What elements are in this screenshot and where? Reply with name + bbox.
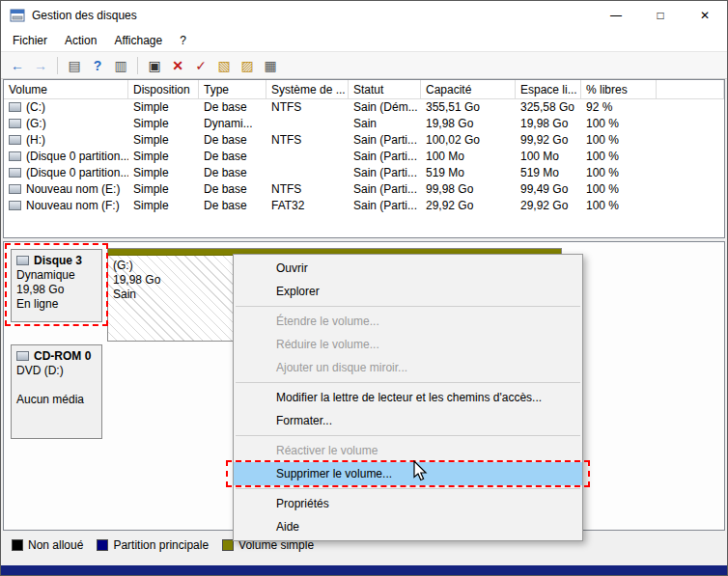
cdrom-label-box[interactable]: CD-ROM 0 DVD (D:) Aucun média bbox=[11, 344, 102, 439]
menu-item-proprietes[interactable]: Propriétés bbox=[234, 492, 582, 515]
cell-type: Dynami... bbox=[199, 116, 266, 132]
minimize-button[interactable]: — bbox=[594, 1, 638, 30]
disk-icon bbox=[9, 168, 21, 178]
cell-statut: Sain (Dém... bbox=[349, 99, 421, 116]
menu-item-modifier-lettre-lecteur[interactable]: Modifier la lettre de lecteur et les che… bbox=[234, 386, 582, 409]
export-list-icon[interactable]: ▥ bbox=[109, 55, 132, 76]
console-tree-icon[interactable]: ▤ bbox=[63, 55, 86, 76]
table-row[interactable]: (Disque 0 partition... Simple De base Sa… bbox=[4, 165, 724, 181]
cell-volume: Nouveau nom (E:) bbox=[4, 181, 128, 198]
cell-espace-libre: 19,98 Go bbox=[516, 116, 581, 132]
cell-type: De base bbox=[199, 165, 266, 181]
disk-icon bbox=[9, 201, 21, 210]
cell-capacite: 519 Mo bbox=[421, 165, 516, 181]
cell-espace-libre: 519 Mo bbox=[516, 165, 581, 181]
cell-pct-libres: 100 % bbox=[581, 149, 657, 165]
volume-label: Nouveau nom (E:) bbox=[26, 182, 120, 196]
disk3-name-label: Disque 3 bbox=[34, 254, 82, 267]
cell-statut: Sain (Parti... bbox=[349, 149, 421, 165]
maximize-button[interactable]: □ bbox=[638, 1, 683, 30]
back-icon[interactable]: ← bbox=[6, 55, 29, 76]
table-row[interactable]: Nouveau nom (F:) Simple De base FAT32 Sa… bbox=[4, 198, 724, 214]
menu-separator bbox=[236, 382, 580, 383]
menu-item-supprimer-le-volume[interactable]: Supprimer le volume... bbox=[234, 462, 582, 485]
disk-icon bbox=[9, 135, 21, 145]
menu-aide[interactable]: ? bbox=[171, 31, 195, 50]
menu-fichier[interactable]: Fichier bbox=[4, 31, 56, 50]
menu-action[interactable]: Action bbox=[56, 31, 105, 50]
menu-separator bbox=[236, 306, 580, 307]
cell-volume: (C:) bbox=[4, 99, 128, 116]
menu-item-explorer[interactable]: Explorer bbox=[234, 280, 582, 303]
console-window-icon[interactable]: ▣ bbox=[143, 55, 166, 76]
column-header-espace-libre[interactable]: Espace li... bbox=[516, 80, 581, 99]
menu-item-aide[interactable]: Aide bbox=[234, 515, 582, 538]
disk-icon bbox=[16, 256, 29, 265]
column-header-capacite[interactable]: Capacité bbox=[421, 80, 516, 99]
menu-affichage[interactable]: Affichage bbox=[105, 31, 171, 50]
close-button[interactable]: ✕ bbox=[683, 1, 727, 30]
menu-item-ajouter-disque-miroir: Ajouter un disque miroir... bbox=[234, 356, 582, 379]
disk-icon bbox=[9, 184, 21, 194]
column-header-systeme[interactable]: Système de ... bbox=[266, 80, 349, 99]
check-disk-icon[interactable]: ✓ bbox=[189, 55, 212, 76]
list-view-icon[interactable]: ▦ bbox=[259, 55, 282, 76]
cell-capacite: 19,98 Go bbox=[421, 116, 516, 132]
cell-type: De base bbox=[199, 132, 266, 149]
cell-systeme bbox=[266, 165, 349, 181]
cell-volume: (G:) bbox=[4, 116, 128, 132]
cell-disposition: Simple bbox=[128, 132, 199, 149]
menu-separator bbox=[236, 488, 580, 489]
table-row[interactable]: Nouveau nom (E:) Simple De base NTFS Sai… bbox=[4, 181, 724, 198]
mouse-cursor bbox=[413, 460, 429, 481]
cell-systeme bbox=[266, 116, 349, 132]
table-row[interactable]: (G:) Simple Dynami... Sain 19,98 Go 19,9… bbox=[4, 116, 724, 132]
cell-disposition: Simple bbox=[128, 198, 199, 214]
cell-disposition: Simple bbox=[128, 149, 199, 165]
cdrom-status: Aucun média bbox=[16, 393, 97, 407]
disk3-type: Dynamique bbox=[16, 268, 97, 283]
toolbar-separator bbox=[137, 57, 138, 74]
disk3-name: Disque 3 bbox=[16, 254, 97, 268]
forward-icon[interactable]: → bbox=[29, 55, 52, 76]
window-title: Gestion des disques bbox=[32, 9, 137, 22]
cell-espace-libre: 99,49 Go bbox=[516, 181, 581, 198]
column-header-disposition[interactable]: Disposition bbox=[128, 80, 199, 99]
column-header-statut[interactable]: Statut bbox=[349, 80, 421, 99]
column-header-volume[interactable]: Volume bbox=[4, 80, 128, 99]
disk3-label-box[interactable]: Disque 3 Dynamique 19,98 Go En ligne bbox=[11, 249, 102, 322]
delete-icon[interactable]: ✕ bbox=[166, 55, 189, 76]
cell-pct-libres: 100 % bbox=[581, 116, 657, 132]
column-header-pct-libres[interactable]: % libres bbox=[581, 80, 657, 99]
cell-systeme bbox=[266, 149, 349, 165]
menu-item-ouvrir[interactable]: Ouvrir bbox=[234, 257, 582, 280]
new-view-icon[interactable]: ▨ bbox=[236, 55, 259, 76]
cell-pct-libres: 100 % bbox=[581, 198, 657, 214]
table-row[interactable]: (C:) Simple De base NTFS Sain (Dém... 35… bbox=[4, 99, 724, 116]
table-row[interactable]: (Disque 0 partition... Simple De base Sa… bbox=[4, 149, 724, 165]
cell-systeme: NTFS bbox=[266, 99, 349, 116]
cell-capacite: 100,02 Go bbox=[421, 132, 516, 149]
context-menu: Ouvrir Explorer Étendre le volume... Réd… bbox=[233, 254, 583, 541]
cell-pct-libres: 92 % bbox=[581, 99, 657, 116]
cell-capacite: 29,92 Go bbox=[421, 198, 516, 214]
disk3-status: En ligne bbox=[16, 297, 97, 312]
cdrom-name: CD-ROM 0 bbox=[16, 349, 97, 364]
search-folder-icon[interactable]: ▧ bbox=[212, 55, 236, 76]
cell-pct-libres: 100 % bbox=[581, 181, 657, 198]
cdrom-icon bbox=[16, 351, 29, 361]
cell-filler bbox=[657, 165, 724, 181]
menu-separator bbox=[236, 435, 580, 436]
volume-label: (C:) bbox=[26, 100, 45, 114]
volume-list-pane: Volume Disposition Type Système de ... S… bbox=[3, 79, 725, 238]
menu-item-reactiver-le-volume: Réactiver le volume bbox=[234, 439, 582, 462]
cell-disposition: Simple bbox=[128, 181, 199, 198]
disk-management-window: Gestion des disques — □ ✕ Fichier Action… bbox=[0, 0, 728, 576]
help-icon[interactable]: ? bbox=[86, 55, 109, 76]
cell-espace-libre: 29,92 Go bbox=[516, 198, 581, 214]
menu-item-formater[interactable]: Formater... bbox=[234, 409, 582, 432]
cell-filler bbox=[657, 116, 724, 132]
column-header-type[interactable]: Type bbox=[199, 80, 266, 99]
menu-item-reduire-le-volume: Réduire le volume... bbox=[234, 333, 582, 356]
table-row[interactable]: (H:) Simple De base NTFS Sain (Parti... … bbox=[4, 132, 724, 149]
